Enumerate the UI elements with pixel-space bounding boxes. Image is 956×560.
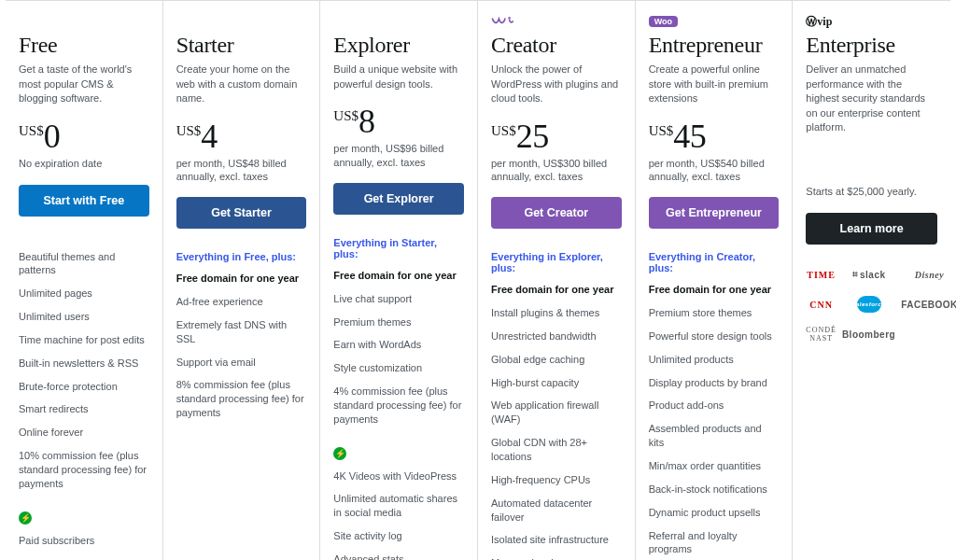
feature-item: Display products by brand <box>649 376 780 390</box>
feature-item: High-burst capacity <box>491 376 622 390</box>
feature-item: 10% commission fee (plus standard proces… <box>19 449 149 491</box>
plan-column: ExplorerBuild a unique website with powe… <box>320 1 478 560</box>
billing-note: per month, US$300 billed annually, excl.… <box>491 157 622 185</box>
plan-price: US$0No expiration date <box>19 119 149 172</box>
feature-item: Global edge caching <box>491 353 622 367</box>
plan-header: ExplorerBuild a unique website with powe… <box>333 14 464 170</box>
bolt-icon: ⚡ <box>19 511 32 525</box>
feature-item: Unlimited pages <box>19 287 149 301</box>
billing-note: per month, US$48 billed annually, excl. … <box>176 157 307 185</box>
plan-subtitle: Deliver an unmatched performance with th… <box>806 63 937 134</box>
plan-title: Free <box>19 33 149 57</box>
plan-cta-button[interactable]: Start with Free <box>19 185 149 217</box>
feature-item: Paid content gating <box>19 557 149 560</box>
plan-cta-button[interactable]: Get Explorer <box>333 183 464 215</box>
feature-item: Ad-free experience <box>176 295 307 309</box>
feature-item: Web application firewall (WAF) <box>491 399 622 427</box>
plan-cta-button[interactable]: Get Starter <box>176 197 307 229</box>
feature-item: Free domain for one year <box>333 269 464 283</box>
plan-subtitle: Create your home on the web with a custo… <box>176 63 307 105</box>
plan-price: Starts at $25,000 yearly. <box>806 147 937 200</box>
wp-vip-badge: Ⓦvip <box>806 15 832 28</box>
plus-line: Everything in Starter, plus: <box>333 237 464 259</box>
plan-title: Starter <box>176 33 307 57</box>
currency-label: US$ <box>176 119 202 139</box>
currency-label: US$ <box>333 105 358 124</box>
woo-badge: Woo <box>649 16 678 27</box>
plan-subtitle: Get a taste of the world's most popular … <box>19 63 149 105</box>
enterprise-brands: TIME⌗slackDisneyCNNsalesforceFACEBOOKCON… <box>806 265 937 343</box>
price-amount: 4 <box>201 118 218 155</box>
feature-item: 4K Videos with VideoPress <box>333 469 464 483</box>
feature-item: Dynamic product upsells <box>649 506 780 520</box>
feature-item: Time machine for post edits <box>19 333 149 347</box>
feature-item: Free domain for one year <box>491 283 622 297</box>
feature-item: Premium themes <box>333 315 464 329</box>
feature-item: Product add-ons <box>649 399 780 413</box>
plan-cta-button[interactable]: Learn more <box>806 213 937 245</box>
plan-title: Entrepreneur <box>649 33 780 57</box>
brand-logo: salesforce <box>842 295 895 314</box>
feature-item: High-frequency CPUs <box>491 473 622 487</box>
feature-item: Unrestricted bandwidth <box>491 329 622 343</box>
feature-item: 4% commission fee (plus standard process… <box>333 385 464 427</box>
plan-header: ⓌvipEnterpriseDeliver an unmatched perfo… <box>806 14 937 200</box>
plan-header: CreatorUnlock the power of WordPress wit… <box>491 14 622 184</box>
feature-item: Advanced stats <box>333 553 464 560</box>
feature-item: Brute-force protection <box>19 380 149 394</box>
feature-item: Assembled products and kits <box>649 422 780 450</box>
feature-item: Install plugins & themes <box>491 306 622 320</box>
feature-item: Built-in newsletters & RSS <box>19 357 149 371</box>
feature-item: Paid subscribers <box>19 534 149 548</box>
price-amount: 45 <box>673 118 706 155</box>
feature-item: Referral and loyalty programs <box>649 529 780 557</box>
brand-logo: CNN <box>806 295 836 314</box>
svg-point-0 <box>509 18 510 19</box>
plan-title: Enterprise <box>806 33 937 57</box>
brand-logo: TIME <box>806 265 836 284</box>
feature-item: Global CDN with 28+ locations <box>491 436 622 464</box>
feature-item: Support via email <box>176 356 307 370</box>
bolt-icon: ⚡ <box>333 447 346 460</box>
plan-badge-slot <box>491 14 622 27</box>
plan-title: Explorer <box>333 33 464 57</box>
price-amount: 25 <box>516 118 549 155</box>
plan-title: Creator <box>491 33 622 57</box>
feature-item: Managed malware protection <box>491 556 622 560</box>
plan-header: StarterCreate your home on the web with … <box>176 14 307 184</box>
feature-item: Premium store themes <box>649 306 780 320</box>
plan-subtitle: Unlock the power of WordPress with plugi… <box>491 63 622 105</box>
billing-note: per month, US$540 billed annually, excl.… <box>649 157 780 185</box>
plan-column: CreatorUnlock the power of WordPress wit… <box>478 1 636 560</box>
plan-column: StarterCreate your home on the web with … <box>163 1 321 560</box>
plan-badge-slot <box>19 14 149 27</box>
plan-price: US$45per month, US$540 billed annually, … <box>649 119 780 185</box>
plan-badge-slot <box>333 14 464 27</box>
brand-logo: CONDÉ NAST <box>806 325 836 343</box>
plan-column: WooEntrepreneurCreate a powerful online … <box>636 1 794 560</box>
plan-subtitle: Build a unique website with powerful des… <box>333 63 464 91</box>
plan-price: US$4per month, US$48 billed annually, ex… <box>176 119 307 185</box>
plan-badge-slot <box>176 14 307 27</box>
plan-cta-button[interactable]: Get Entrepreneur <box>649 197 780 229</box>
feature-item: Online forever <box>19 426 149 440</box>
currency-label: US$ <box>649 119 674 139</box>
feature-item: Back-in-stock notifications <box>649 483 780 497</box>
feature-item: Earn with WordAds <box>333 338 464 352</box>
feature-item: Isolated site infrastructure <box>491 533 622 547</box>
feature-item: Unlimited products <box>649 353 780 367</box>
feature-item: Style customization <box>333 361 464 375</box>
feature-item: Extremely fast DNS with SSL <box>176 318 307 346</box>
plan-price: US$8per month, US$96 billed annually, ex… <box>333 105 464 170</box>
brand-logo: Disney <box>901 265 956 284</box>
billing-note: Starts at $25,000 yearly. <box>806 185 937 199</box>
plan-subtitle: Create a powerful online store with buil… <box>649 63 780 105</box>
feature-item: Live chat support <box>333 292 464 306</box>
plan-cta-button[interactable]: Get Creator <box>491 197 622 229</box>
feature-item: Smart redirects <box>19 402 149 416</box>
brand-logo: FACEBOOK <box>901 295 956 314</box>
brand-logo: ⌗slack <box>842 265 895 284</box>
feature-item: Unlimited automatic shares in social med… <box>333 492 464 520</box>
plan-column: FreeGet a taste of the world's most popu… <box>6 1 163 560</box>
plan-badge-slot: Woo <box>649 14 780 27</box>
